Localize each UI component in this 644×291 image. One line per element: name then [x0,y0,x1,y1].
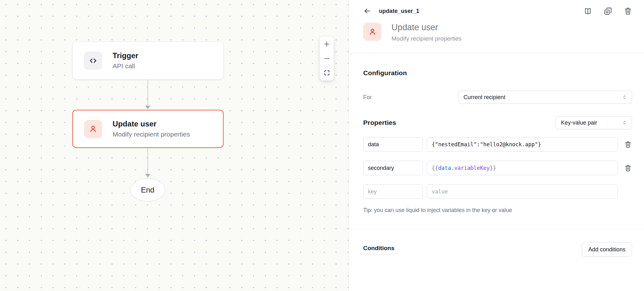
workflow-node-update-user[interactable]: Update user Modify recipient properties [72,110,224,148]
edge-arrowhead-icon [145,106,150,109]
properties-mode-select[interactable]: Key-value pair [556,116,632,129]
properties-mode-value: Key-value pair [561,120,622,126]
node-subtitle: API call [113,62,138,70]
panel-header: update_user_1 [363,7,632,15]
property-row: {{data.variableKey}} [363,161,632,175]
trash-icon[interactable] [624,7,632,15]
user-icon [84,120,102,138]
properties-heading: Properties [363,119,396,126]
zoom-out-button[interactable] [323,55,330,62]
step-heading: Update user Modify recipient properties [363,23,632,42]
delete-row-icon[interactable] [624,141,632,148]
step-subtitle: Modify recipient properties [391,35,462,42]
back-button[interactable] [363,7,371,15]
edge-line [147,148,148,175]
canvas-zoom-controls [319,36,334,81]
property-value-input[interactable] [427,184,618,199]
workflow-canvas[interactable]: Trigger API call Update user Modify reci… [0,0,348,291]
step-title[interactable]: Update user [391,23,462,32]
delete-row-icon[interactable] [624,164,632,172]
property-key-input[interactable] [363,184,423,199]
liquid-token: }} [490,165,496,171]
liquid-token: {{ [432,165,438,171]
liquid-token: variableKey [454,165,490,171]
divider [349,229,644,229]
end-label: End [141,186,154,194]
property-value-input[interactable]: {{data.variableKey}} [427,161,618,175]
code-icon [84,52,102,70]
add-conditions-button[interactable]: Add conditions [582,242,632,257]
step-key-title: update_user_1 [379,8,419,14]
chevron-up-down-icon [622,120,627,126]
user-icon [363,23,381,41]
for-select[interactable]: Current recipient [458,91,632,104]
property-value-input[interactable] [427,137,618,152]
step-settings-panel: update_user_1 [348,0,644,291]
node-title: Trigger [113,51,138,60]
edge-arrowhead-icon [145,174,150,177]
divider [349,53,644,53]
liquid-token: . [451,165,454,171]
property-key-input[interactable] [363,137,423,152]
for-label: For [363,94,372,101]
property-row [363,137,632,152]
docs-book-icon[interactable] [584,7,592,15]
for-select-value: Current recipient [464,94,622,101]
duplicate-icon[interactable] [604,7,612,15]
property-key-input[interactable] [363,161,423,175]
fit-view-button[interactable] [323,69,330,76]
liquid-token: data [438,165,451,171]
node-title: Update user [113,120,190,128]
zoom-in-button[interactable] [323,40,330,48]
workflow-node-end[interactable]: End [130,178,165,201]
workflow-node-trigger[interactable]: Trigger API call [72,42,224,80]
chevron-up-down-icon [622,94,627,100]
edge-line [147,80,148,106]
liquid-tip-text: Tip: you can use liquid to inject variab… [363,207,632,214]
configuration-heading: Configuration [363,69,632,77]
property-row [363,184,632,199]
node-subtitle: Modify recipient properties [113,131,190,138]
conditions-heading: Conditions [363,245,394,255]
